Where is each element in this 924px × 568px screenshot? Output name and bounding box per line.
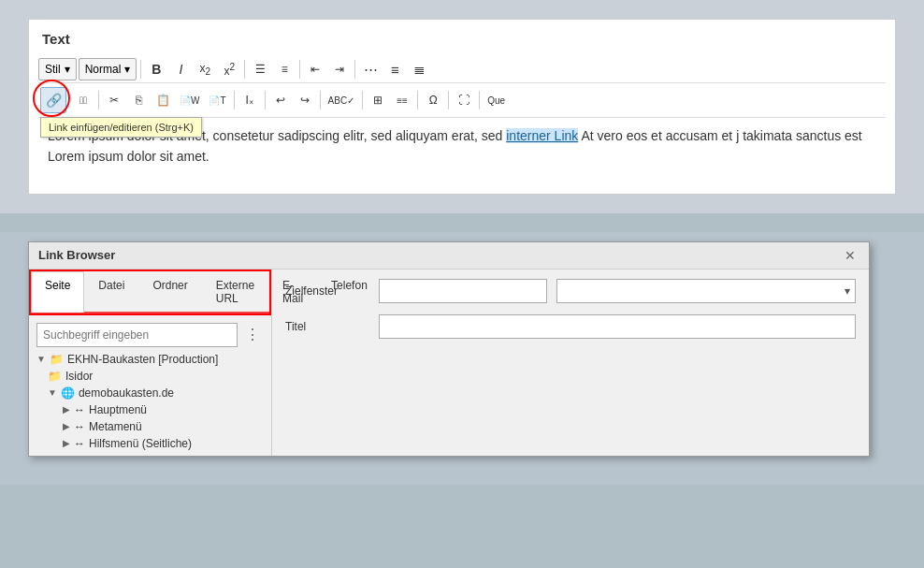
panel-title: Text — [38, 29, 886, 49]
editor-panel: Text Stil ▾ Normal ▾ B I x2 x2 ☰ ≡ — [28, 19, 896, 195]
table-rows-button[interactable]: ≡≡ — [391, 89, 413, 111]
tree-item-label: EKHN-Baukasten [Production] — [67, 353, 218, 366]
link-tooltip: Link einfügen/editieren (Strg+K) — [40, 117, 202, 138]
link-btn-wrapper: 🔗 Link einfügen/editieren (Strg+K) — [40, 87, 66, 113]
italic-button[interactable]: I — [169, 58, 192, 80]
search-input[interactable] — [36, 323, 238, 347]
tree-item-hauptmenu[interactable]: ▶ ↔ Hauptmenü — [33, 401, 267, 418]
tree-folder-icon: 📁 — [48, 370, 62, 383]
separator3 — [299, 60, 300, 79]
tree-arrow-icon: ▶ — [63, 438, 70, 448]
sep6 — [234, 91, 235, 109]
zielfenster-row: Zielfenster _blank _self _parent _top ▾ — [285, 279, 856, 303]
align-center-button[interactable]: ≡ — [383, 58, 406, 80]
source-button[interactable]: Que — [484, 89, 509, 111]
zielfenster-label: Zielfenster — [285, 284, 369, 298]
unlink-button[interactable]: 🔗⃠ — [72, 89, 94, 111]
paste-button[interactable]: 📋 — [152, 89, 174, 111]
tree-globe-icon: 🌐 — [61, 386, 75, 400]
redo-button[interactable]: ↪ — [294, 89, 316, 111]
tree-item-demobaukasten[interactable]: ▼ 🌐 demobaukasten.de — [33, 385, 267, 401]
dialog-close-button[interactable]: ✕ — [841, 248, 859, 263]
sep5 — [98, 91, 99, 109]
editor-area: Text Stil ▾ Normal ▾ B I x2 x2 ☰ ≡ — [0, 0, 924, 213]
zielfenster-input[interactable] — [379, 279, 547, 303]
tree-item-label: Hilfsmenü (Seitliche) — [89, 437, 192, 450]
titel-label: Titel — [285, 320, 369, 333]
ordered-list-button[interactable]: ☰ — [249, 58, 271, 80]
tree-arrow-icon: ▼ — [48, 387, 57, 398]
normal-dropdown-arrow: ▾ — [124, 63, 130, 76]
tree-item-ekhn[interactable]: ▼ 📁 EKHN-Baukasten [Production] — [33, 351, 267, 368]
separator — [140, 60, 141, 79]
separator2 — [244, 60, 245, 79]
sep11 — [448, 91, 449, 109]
titel-input[interactable] — [379, 314, 856, 339]
style-dropdown[interactable]: Stil ▾ — [38, 58, 77, 80]
internal-link[interactable]: interner Link — [506, 128, 578, 143]
section-divider — [0, 213, 924, 232]
paste-word-button[interactable]: 📄W — [176, 89, 203, 111]
arrow-icon: ↔ — [74, 403, 85, 416]
tree-item-label: demobaukasten.de — [79, 386, 174, 400]
dialog-titlebar: Link Browser ✕ — [29, 242, 869, 269]
toolbar-row-1: Stil ▾ Normal ▾ B I x2 x2 ☰ ≡ ⇤ ⇥ ⋯ — [38, 56, 886, 83]
tree-item-metamenu[interactable]: ▶ ↔ Metamenü — [33, 418, 267, 435]
link-browser-dialog: Link Browser ✕ Seite Datei Ordner Extern… — [28, 241, 870, 457]
cut-button[interactable]: ✂ — [103, 89, 125, 111]
dialog-left-panel: Seite Datei Ordner Externe URL E-Mail Te… — [29, 269, 272, 456]
tree-item-label: Metamenü — [89, 420, 142, 433]
tree-arrow-icon: ▼ — [36, 354, 46, 364]
sep12 — [479, 91, 480, 109]
tab-ordner[interactable]: Ordner — [138, 271, 201, 312]
tree-folder-icon: 📁 — [50, 353, 64, 366]
dialog-title: Link Browser — [38, 248, 115, 262]
tree-item-isidor[interactable]: 📁 Isidor — [33, 368, 267, 385]
dialog-right-panel: Zielfenster _blank _self _parent _top ▾ — [272, 269, 869, 456]
tree-item-hilfsmenu[interactable]: ▶ ↔ Hilfsmenü (Seitliche) — [33, 435, 267, 452]
indent-less-button[interactable]: ⇤ — [304, 58, 326, 80]
undo-button[interactable]: ↩ — [269, 89, 292, 111]
search-options-icon[interactable]: ⋮ — [241, 326, 264, 343]
special-char-button[interactable]: Ω — [422, 89, 444, 111]
bold-button[interactable]: B — [145, 58, 167, 80]
sep10 — [417, 91, 418, 109]
tabs-row: Seite Datei Ordner Externe URL E-Mail Te… — [31, 271, 269, 313]
table-button[interactable]: ⊞ — [367, 89, 389, 111]
unordered-list-button[interactable]: ≡ — [273, 58, 296, 80]
tree-container: ▼ 📁 EKHN-Baukasten [Production] 📁 Isidor… — [29, 347, 271, 456]
dialog-overlay: Link Browser ✕ Seite Datei Ordner Extern… — [0, 232, 924, 485]
tabs-container: Seite Datei Ordner Externe URL E-Mail Te… — [29, 269, 271, 315]
copy-button[interactable]: ⎘ — [127, 89, 150, 111]
paste-text-button[interactable]: 📄T — [205, 89, 229, 111]
insert-link-button[interactable]: 🔗 — [40, 87, 66, 113]
normal-dropdown[interactable]: Normal ▾ — [79, 58, 137, 80]
tree-arrow-icon: ▶ — [63, 404, 70, 415]
style-label: Stil — [45, 63, 61, 76]
indent-more-button[interactable]: ⇥ — [328, 58, 351, 80]
toolbar-row-2: 🔗 Link einfügen/editieren (Strg+K) 🔗⃠ ✂ … — [38, 83, 886, 118]
align-left-button[interactable]: ⋯ — [359, 58, 382, 80]
tab-seite[interactable]: Seite — [31, 271, 84, 313]
normal-label: Normal — [85, 63, 122, 76]
fullscreen-button[interactable]: ⛶ — [453, 89, 475, 111]
dialog-body: Seite Datei Ordner Externe URL E-Mail Te… — [29, 269, 869, 456]
align-right-button[interactable]: ≣ — [408, 58, 430, 80]
tab-externe-url[interactable]: Externe URL — [202, 271, 268, 312]
tree-item-label: Isidor — [65, 370, 93, 383]
zielfenster-select-wrapper: _blank _self _parent _top ▾ — [556, 279, 856, 303]
spellcheck-button[interactable]: ABC✓ — [325, 89, 359, 111]
subscript-button[interactable]: x2 — [194, 58, 216, 80]
sep9 — [362, 91, 363, 109]
tree-item-label: Hauptmenü — [89, 403, 147, 416]
zielfenster-select[interactable]: _blank _self _parent _top — [556, 279, 856, 303]
clear-format-button[interactable]: Iₓ — [238, 89, 261, 111]
style-dropdown-arrow: ▾ — [65, 63, 70, 76]
arrow-icon: ↔ — [74, 420, 85, 433]
arrow-icon: ↔ — [74, 437, 85, 450]
superscript-button[interactable]: x2 — [218, 58, 240, 80]
tree-arrow-icon: ▶ — [63, 421, 70, 431]
titel-row: Titel — [285, 314, 856, 339]
sep7 — [265, 91, 266, 109]
tab-datei[interactable]: Datei — [84, 271, 138, 312]
